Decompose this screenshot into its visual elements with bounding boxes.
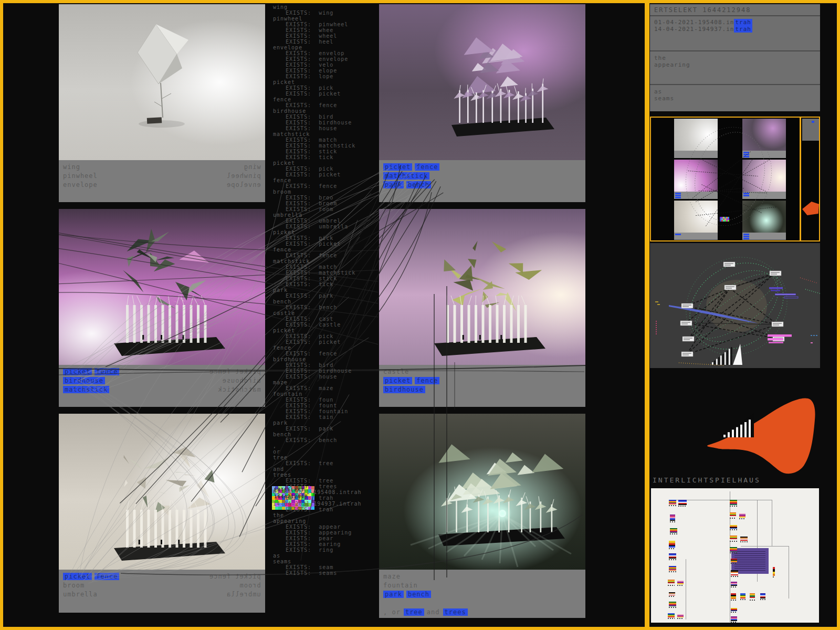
- list-word[interactable]: or: [273, 449, 381, 455]
- colour-swatch[interactable]: [730, 500, 737, 507]
- list-word[interactable]: matchstick: [273, 131, 381, 137]
- colour-swatch[interactable]: [740, 593, 746, 600]
- selected-word-chip[interactable]: tree: [404, 608, 424, 616]
- exists-entry: EXISTS: stick: [273, 276, 381, 281]
- exists-entry: EXISTS: picket: [273, 91, 381, 97]
- colour-swatch[interactable]: [670, 514, 675, 522]
- minimap-thumb-2[interactable]: [674, 160, 718, 192]
- list-word[interactable]: the: [273, 512, 381, 518]
- selected-word-chip[interactable]: fence: [94, 573, 119, 580]
- list-word[interactable]: park: [273, 287, 381, 293]
- selected-word-chip[interactable]: park: [383, 181, 404, 188]
- colour-swatch[interactable]: [677, 581, 684, 586]
- colour-swatch[interactable]: [669, 566, 676, 572]
- selected-word-chip[interactable]: picket: [63, 573, 92, 580]
- minimap-thumb-1[interactable]: [674, 119, 718, 151]
- colour-swatch[interactable]: [670, 528, 677, 534]
- colour-swatch[interactable]: [730, 536, 737, 542]
- selected-word-chip[interactable]: matchstick: [383, 172, 429, 180]
- list-word[interactable]: wing: [273, 4, 381, 10]
- colour-swatch[interactable]: [730, 547, 737, 553]
- colour-swatch[interactable]: [669, 553, 676, 560]
- caption-words: picketfencematchstickparkbench: [383, 163, 442, 190]
- colour-swatch[interactable]: [760, 593, 765, 600]
- selected-word-chip[interactable]: park: [383, 591, 404, 598]
- minimap-thumb-5[interactable]: [742, 160, 786, 192]
- minimap-thumb-3[interactable]: [674, 201, 718, 233]
- list-word[interactable]: fountain: [273, 391, 381, 397]
- list-word[interactable]: fence: [273, 97, 381, 102]
- list-word[interactable]: fence: [273, 247, 381, 253]
- list-word[interactable]: envelope: [273, 45, 381, 50]
- colour-swatch[interactable]: [750, 593, 755, 601]
- minimap[interactable]: [650, 117, 820, 242]
- list-word[interactable]: tree: [273, 455, 381, 460]
- list-word[interactable]: broom: [273, 189, 381, 195]
- list-word[interactable]: matchstick: [273, 258, 381, 264]
- list-word[interactable]: maze: [273, 380, 381, 385]
- list-word[interactable]: birdhouse: [273, 356, 381, 362]
- highlight-chip[interactable]: trah: [734, 19, 752, 26]
- colour-swatch[interactable]: [730, 525, 737, 530]
- selected-word-chip[interactable]: fence: [415, 163, 439, 171]
- list-word[interactable]: umbrella: [273, 212, 381, 218]
- list-word[interactable]: fence: [273, 177, 381, 183]
- minimap-thumb-4[interactable]: [742, 119, 786, 151]
- colour-swatch[interactable]: [669, 592, 675, 597]
- list-word[interactable]: fence: [273, 345, 381, 351]
- colour-swatch[interactable]: [677, 614, 684, 619]
- colour-swatch[interactable]: [740, 537, 748, 542]
- selected-word-chip[interactable]: fence: [415, 377, 439, 384]
- colour-swatch[interactable]: [731, 616, 737, 623]
- list-word[interactable]: bench: [273, 299, 381, 304]
- colour-swatch[interactable]: [731, 608, 737, 613]
- list-word[interactable]: birdhouse: [273, 108, 381, 114]
- colour-swatch[interactable]: [773, 567, 775, 578]
- list-word[interactable]: trees: [273, 472, 381, 478]
- selected-word-chip[interactable]: picket: [63, 368, 92, 375]
- list-word[interactable]: picket: [273, 229, 381, 235]
- selected-word-chip[interactable]: picket: [383, 163, 412, 171]
- colour-swatch[interactable]: [668, 580, 675, 586]
- colour-swatch[interactable]: [669, 541, 675, 549]
- file-row[interactable]: 14-04-2021-194937.intrah: [654, 26, 816, 33]
- colour-swatch[interactable]: [678, 500, 687, 507]
- exists-entry: EXISTS: house: [273, 125, 381, 131]
- colour-swatch[interactable]: [731, 559, 737, 564]
- list-word[interactable]: picket: [273, 160, 381, 166]
- selected-word-chip[interactable]: trees: [443, 608, 468, 616]
- colour-swatch[interactable]: [730, 512, 736, 519]
- minimap-caption: [742, 192, 786, 199]
- colour-swatch[interactable]: [731, 582, 737, 587]
- list-word[interactable]: 14-04-2021-194937.intrah: [273, 501, 381, 507]
- highlight-chip[interactable]: trah: [734, 26, 752, 33]
- list-word[interactable]: bench: [273, 432, 381, 437]
- exists-entry: EXISTS: match: [273, 264, 381, 270]
- list-word[interactable]: picket: [273, 79, 381, 85]
- selected-word-chip[interactable]: birdhouse: [63, 377, 105, 384]
- list-word[interactable]: 01-04-2021-195408.intrah: [273, 489, 381, 495]
- selected-word-chip[interactable]: bench: [406, 591, 431, 598]
- list-word[interactable]: as: [273, 553, 381, 559]
- selected-word-chip[interactable]: birdhouse: [383, 386, 425, 393]
- list-word[interactable]: seams: [273, 559, 381, 564]
- colour-swatch[interactable]: [731, 570, 738, 577]
- selected-word-chip[interactable]: fence: [94, 368, 119, 375]
- colour-swatch[interactable]: [669, 500, 676, 506]
- colour-swatch[interactable]: [668, 613, 675, 619]
- selected-word-chip[interactable]: picket: [383, 377, 412, 384]
- file-row[interactable]: 01-04-2021-195408.intrah: [654, 19, 816, 26]
- colour-swatch[interactable]: [731, 593, 736, 601]
- minimap-thumb-6[interactable]: [742, 201, 786, 233]
- list-word[interactable]: and: [273, 466, 381, 472]
- colour-swatch[interactable]: [739, 513, 746, 519]
- list-word[interactable]: picket: [273, 328, 381, 333]
- list-word[interactable]: ,: [273, 443, 381, 449]
- selected-word-chip[interactable]: matchstick: [63, 386, 109, 393]
- list-word[interactable]: park: [273, 420, 381, 426]
- colour-swatch[interactable]: [669, 602, 676, 608]
- list-word[interactable]: castle: [273, 310, 381, 316]
- selected-word-chip[interactable]: bench: [406, 181, 431, 188]
- list-word[interactable]: appearing: [273, 518, 381, 524]
- list-word[interactable]: pinwheel: [273, 16, 381, 22]
